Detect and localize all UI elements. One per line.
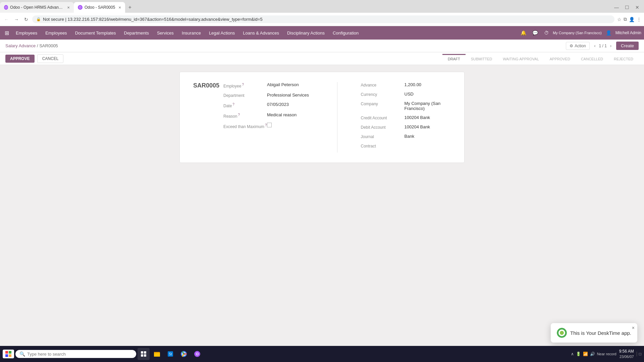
gear-icon: ⚙ <box>570 44 573 48</box>
task-view-button[interactable] <box>138 348 150 360</box>
browser-tab-1[interactable]: O Odoo - Open HRMS Advance Sa... ✕ <box>0 2 74 13</box>
record-id: SAR0005 <box>193 82 223 153</box>
taskbar-clock[interactable]: 9:56 AM 23/06/07 <box>619 349 634 359</box>
approve-button[interactable]: APPROVE <box>5 55 35 63</box>
exceed-label: Exceed than Maximum? <box>223 123 267 129</box>
company-label: Company <box>361 101 405 106</box>
status-draft[interactable]: DRAFT <box>442 54 466 63</box>
svg-rect-8 <box>144 351 146 354</box>
odoo-taskbar-button[interactable]: O <box>191 348 203 360</box>
apps-icon[interactable]: ⊞ <box>3 28 11 38</box>
store-button[interactable]: St <box>164 348 176 360</box>
next-record-button[interactable]: › <box>608 43 613 49</box>
show-desktop-button[interactable]: □ <box>637 352 641 356</box>
reason-row: Reason? Medical reason <box>223 112 314 119</box>
currency-value[interactable]: USD <box>405 92 451 97</box>
company-value[interactable]: My Company (San Francisco) <box>405 101 451 111</box>
new-tab-button[interactable]: + <box>125 3 135 12</box>
reason-value[interactable]: Medical reason <box>267 112 314 117</box>
nav-employees-main[interactable]: Employees <box>12 29 41 37</box>
breadcrumb-bar: Salary Advance / SAR0005 ⚙ Action ‹ 1 / … <box>0 40 644 52</box>
address-bar-row: ← → ↻ 🔒 Not secure | 13.232.216.157:8216… <box>0 13 644 26</box>
nav-legal-actions[interactable]: Legal Actions <box>206 29 238 37</box>
employee-value[interactable]: Abigail Peterson <box>267 82 314 87</box>
nav-employees[interactable]: Employees <box>42 29 70 37</box>
back-button[interactable]: ← <box>3 16 10 23</box>
employee-required: ? <box>242 83 244 86</box>
nav-insurance[interactable]: Insurance <box>178 29 204 37</box>
nav-loans-advances[interactable]: Loans & Advances <box>239 29 282 37</box>
journal-value[interactable]: Bank <box>405 134 451 139</box>
start-button[interactable] <box>3 350 14 358</box>
status-cancelled[interactable]: CANCELLED <box>576 54 608 63</box>
nav-configuration[interactable]: Configuration <box>329 29 362 37</box>
reason-label: Reason? <box>223 112 267 119</box>
status-submitted[interactable]: SUBMITTED <box>466 54 498 63</box>
status-rejected[interactable]: REJECTED <box>608 54 639 63</box>
tab-bar: O Odoo - Open HRMS Advance Sa... ✕ O Odo… <box>0 0 644 13</box>
extensions-icon[interactable]: ⧉ <box>624 16 627 22</box>
menu-icon[interactable]: ⋮ <box>637 17 641 22</box>
desktime-icon <box>557 328 567 338</box>
chat-icon[interactable]: 💬 <box>530 29 540 37</box>
advance-value[interactable]: 1,200.00 <box>405 82 451 87</box>
credit-account-row: Credit Account 100204 Bank <box>361 115 451 120</box>
nav-disciplinary-actions[interactable]: Disciplinary Actions <box>284 29 328 37</box>
nav-services[interactable]: Services <box>154 29 177 37</box>
nav-document-templates[interactable]: Document Templates <box>72 29 119 37</box>
create-button[interactable]: Create <box>616 42 639 50</box>
department-row: Department Professional Services <box>223 93 314 98</box>
exceed-checkbox[interactable] <box>267 123 272 127</box>
tab-close-1[interactable]: ✕ <box>67 6 70 9</box>
status-waiting-approval[interactable]: WAITING APPROVAL <box>497 54 544 63</box>
bell-icon[interactable]: 🔔 <box>519 29 528 37</box>
tab-close-2[interactable]: ✕ <box>118 6 121 9</box>
action-button[interactable]: ⚙ Action <box>566 42 589 50</box>
cancel-button[interactable]: CANCEL <box>37 54 64 63</box>
date-label: Date? <box>223 102 267 108</box>
volume-icon[interactable]: 🔊 <box>590 352 595 356</box>
forward-button[interactable]: → <box>13 16 20 23</box>
breadcrumb-parent[interactable]: Salary Advance <box>5 43 36 48</box>
form-right-col: Advance 1,200.00 Currency USD Company My… <box>361 82 451 153</box>
svg-rect-7 <box>141 351 143 354</box>
address-bar[interactable]: 🔒 Not secure | 13.232.216.157:8216/web#m… <box>32 15 614 23</box>
taskbar-icons: St O <box>138 348 203 360</box>
bookmark-icon[interactable]: ☆ <box>617 17 622 22</box>
file-explorer-button[interactable] <box>151 348 163 360</box>
search-input[interactable] <box>27 352 132 357</box>
debit-account-value[interactable]: 100204 Bank <box>405 124 451 129</box>
status-approved[interactable]: APPROVED <box>544 54 576 63</box>
lock-icon: 🔒 <box>36 17 41 21</box>
refresh-button[interactable]: ↻ <box>23 16 30 23</box>
close-window-button[interactable]: ✕ <box>633 4 641 11</box>
minimize-button[interactable]: — <box>612 4 621 11</box>
user-avatar[interactable]: 👤 <box>604 29 613 37</box>
department-value[interactable]: Professional Services <box>267 93 314 98</box>
action-label: Action <box>575 44 586 48</box>
restore-button[interactable]: ☐ <box>623 4 631 11</box>
browser-tab-2[interactable]: O Odoo - SAR0005 ✕ <box>74 2 125 13</box>
employee-row: Employee? Abigail Peterson <box>223 82 314 88</box>
main-content: SAR0005 Employee? Abigail Peterson Depar… <box>0 65 644 170</box>
breadcrumb-right: ⚙ Action ‹ 1 / 1 › Create <box>566 42 639 50</box>
chevron-up-icon[interactable]: ∧ <box>571 352 574 356</box>
desktime-popup: × This is Your DeskTime app. <box>551 323 637 343</box>
desktime-close-button[interactable]: × <box>632 325 635 330</box>
date-value[interactable]: 07/05/2023 <box>267 102 314 107</box>
profile-icon[interactable]: 👤 <box>629 17 635 22</box>
date-required: ? <box>232 103 234 106</box>
currency-label: Currency <box>361 92 405 97</box>
company-row: Company My Company (San Francisco) <box>361 101 451 111</box>
clock-icon[interactable]: ⏱ <box>542 29 551 37</box>
taskbar-search-box[interactable]: 🔍 <box>15 350 136 358</box>
tab-title-1: Odoo - Open HRMS Advance Sa... <box>10 5 64 10</box>
credit-account-value[interactable]: 100204 Bank <box>405 115 451 120</box>
status-steps: DRAFT SUBMITTED WAITING APPROVAL APPROVE… <box>442 54 639 63</box>
taskbar-time-display: 9:56 AM <box>619 349 634 354</box>
col-divider <box>337 82 337 153</box>
nav-departments[interactable]: Departments <box>121 29 152 37</box>
journal-row: Journal Bank <box>361 134 451 139</box>
chrome-button[interactable] <box>178 348 190 360</box>
prev-record-button[interactable]: ‹ <box>592 43 598 49</box>
